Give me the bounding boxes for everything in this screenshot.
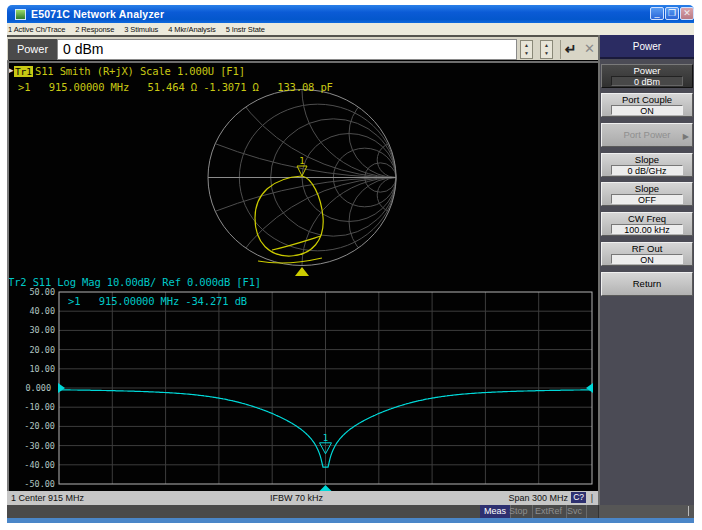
- ref-level-marker-right: [586, 383, 593, 393]
- trace1-marker-readout: >1 915.00000 MHz 51.464 Ω -1.3071 Ω 133.…: [18, 81, 333, 93]
- svg-text:0.000: 0.000: [25, 383, 51, 393]
- svg-text:50.00: 50.00: [29, 287, 55, 297]
- menu-mkr-analysis[interactable]: 4 Mkr/Analysis: [168, 25, 215, 34]
- trace1-header: S11 Smith (R+jX) Scale 1.000U [F1]: [35, 65, 245, 77]
- svg-text:-30.00: -30.00: [24, 441, 55, 451]
- svg-text:-40.00: -40.00: [24, 460, 55, 470]
- svg-text:-20.00: -20.00: [24, 421, 55, 431]
- status-span: Span 300 MHz: [508, 493, 568, 503]
- menu-bar: 1 Active Ch/Trace 2 Response 3 Stimulus …: [7, 23, 694, 35]
- window-title: E5071C Network Analyzer: [31, 8, 164, 20]
- status-right-segment: [598, 505, 694, 518]
- status-ifbw: IFBW 70 kHz: [270, 493, 323, 503]
- svg-text:40.00: 40.00: [29, 306, 55, 316]
- softkey-sidebar: Power Power 0 dBm Port Couple ON Port Po…: [598, 35, 694, 505]
- status-channel-badge: C?: [571, 492, 586, 503]
- window-bottom-border: [7, 518, 694, 523]
- svg-text:-10.00: -10.00: [24, 402, 55, 412]
- status-tick: |: [591, 493, 593, 503]
- menu-instr-state[interactable]: 5 Instr State: [226, 25, 265, 34]
- display-left-border: [7, 60, 9, 491]
- app-icon: [15, 9, 26, 20]
- display-area: 150.0040.0030.0020.0010.000.000-10.00-20…: [7, 60, 598, 491]
- enter-button[interactable]: ↵: [560, 40, 580, 59]
- svg-text:30.00: 30.00: [29, 325, 55, 335]
- trace2-header: Tr2 S11 Log Mag 10.00dB/ Ref 0.000dB [F1…: [8, 276, 261, 288]
- spinner-small[interactable]: ▲▼: [520, 40, 533, 59]
- minimize-button[interactable]: _: [650, 7, 664, 20]
- smith-grid: [0, 0, 702, 530]
- status-extref: ExtRef: [531, 505, 567, 518]
- menu-stimulus[interactable]: 3 Stimulus: [124, 25, 158, 34]
- submenu-arrow-icon: ▶: [683, 132, 689, 141]
- close-button[interactable]: ✕: [680, 7, 694, 20]
- logmag-ytick-labels: 50.0040.0030.0020.0010.000.000-10.00-20.…: [24, 287, 55, 489]
- svg-text:-50.00: -50.00: [24, 479, 55, 489]
- smith-marker1-label: 1: [299, 156, 304, 166]
- restore-button[interactable]: ❐: [665, 7, 679, 20]
- svg-text:20.00: 20.00: [29, 345, 55, 355]
- entry-field-label: Power: [8, 39, 57, 60]
- softkey-slope-onoff[interactable]: Slope OFF: [601, 182, 693, 206]
- softkey-cw-freq[interactable]: CW Freq 100.00 kHz: [601, 212, 693, 236]
- channel-status-bar: 1 Center 915 MHz IFBW 70 kHz Span 300 MH…: [7, 491, 598, 505]
- trace1-badge: Tr1: [14, 66, 33, 77]
- softkey-rf-out[interactable]: RF Out ON: [601, 242, 693, 266]
- status-stop: Stop: [505, 505, 533, 518]
- ref-level-marker-left: [58, 383, 65, 393]
- softkey-slope-value[interactable]: Slope 0 dB/GHz: [601, 153, 693, 177]
- logmag-grid: [59, 292, 592, 484]
- spinner-large[interactable]: ▲▼: [540, 40, 553, 59]
- svg-text:10.00: 10.00: [29, 364, 55, 374]
- softkey-power[interactable]: Power 0 dBm: [601, 64, 693, 88]
- entry-toolbar: Power 0 dBm ▲▼ ▲▼ ↵ ✕: [7, 35, 598, 60]
- instrument-status-bar: Meas Stop ExtRef Svc: [7, 505, 694, 518]
- softkey-port-couple[interactable]: Port Couple ON: [601, 93, 693, 117]
- status-center-freq: 1 Center 915 MHz: [11, 493, 84, 503]
- softkey-port-power: Port Power ▶: [601, 123, 693, 147]
- display-top-border: [7, 61, 598, 63]
- app-window: E5071C Network Analyzer _ ❐ ✕ 1 Active C…: [7, 5, 694, 523]
- smith-stimulus-marker: [295, 267, 309, 276]
- power-entry-field[interactable]: 0 dBm: [57, 39, 517, 60]
- close-entry-button[interactable]: ✕: [581, 40, 598, 59]
- menu-active-ch-trace[interactable]: 1 Active Ch/Trace: [8, 25, 65, 34]
- menu-response[interactable]: 2 Response: [75, 25, 114, 34]
- title-bar: E5071C Network Analyzer _ ❐ ✕: [7, 5, 694, 23]
- logmag-marker1-label: 1: [323, 433, 328, 443]
- status-svc: Svc: [563, 505, 587, 518]
- softkey-return[interactable]: Return: [601, 272, 693, 296]
- softkey-menu-title: Power: [600, 35, 694, 59]
- trace2-marker-readout: >1 915.00000 MHz -34.271 dB: [68, 295, 247, 307]
